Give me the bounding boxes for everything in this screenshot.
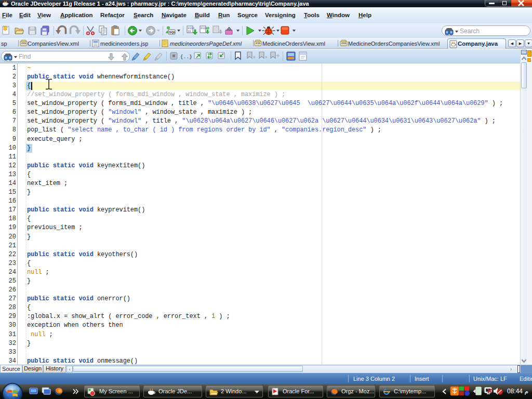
svg-text:10: 10 bbox=[188, 30, 191, 33]
svg-text:{..}: {..} bbox=[180, 54, 192, 60]
svg-text:SQL: SQL bbox=[169, 31, 176, 34]
